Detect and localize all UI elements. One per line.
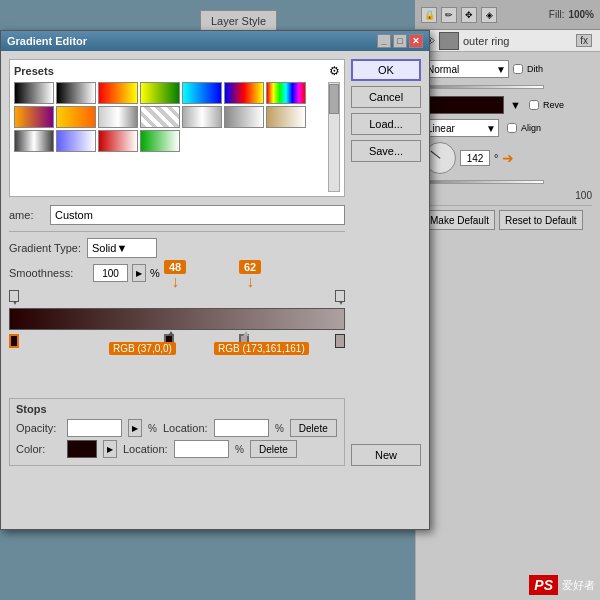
swatch-dropdown-arrow[interactable]: ▼ — [510, 99, 521, 111]
layer-thumbnail — [439, 32, 459, 50]
opacity-row — [424, 83, 592, 91]
preset-1[interactable] — [14, 82, 54, 104]
presets-scrollbar[interactable] — [328, 82, 340, 192]
presets-scroll-container — [14, 82, 340, 192]
preset-14[interactable] — [266, 106, 306, 128]
reset-default-button[interactable]: Reset to Default — [499, 210, 583, 230]
dropdown-arrow: ▼ — [496, 64, 506, 75]
right-panel: 🔒 ✏ ✥ ◈ Fill: 100% 👁 outer ring fx Norma… — [415, 0, 600, 600]
watermark: PS 爱好者 — [529, 575, 595, 595]
opacity-slider[interactable] — [424, 85, 544, 89]
location-label-2: Location: — [123, 443, 168, 455]
opacity-stop-row: Opacity: ▶ % Location: % Delete — [16, 419, 338, 437]
preset-16[interactable] — [56, 130, 96, 152]
brush-icon[interactable]: ✏ — [441, 7, 457, 23]
style-dropdown[interactable]: Linear ▼ — [424, 119, 499, 137]
close-button[interactable]: ✕ — [409, 34, 423, 48]
gradient-color-swatch[interactable] — [424, 96, 504, 114]
smoothness-stepper[interactable]: ▶ — [132, 264, 146, 282]
gradient-bar[interactable] — [9, 308, 345, 330]
fill-label: Fill: — [549, 9, 565, 20]
layer-tab-label: Layer Style — [211, 15, 266, 27]
preset-7[interactable] — [266, 82, 306, 104]
gradient-editor-dialog: Gradient Editor _ □ ✕ Presets ⚙ — [0, 30, 430, 530]
preset-9[interactable] — [56, 106, 96, 128]
angle-input[interactable] — [460, 150, 490, 166]
align-label: Align — [521, 123, 541, 133]
stamp-icon[interactable]: ◈ — [481, 7, 497, 23]
layer-tab[interactable]: Layer Style — [200, 10, 277, 32]
align-checkbox[interactable] — [507, 123, 517, 133]
location-pct-1: % — [275, 423, 284, 434]
make-default-button[interactable]: Make Default — [424, 210, 495, 230]
opacity-stop-input[interactable] — [67, 419, 122, 437]
opacity-location-input[interactable] — [214, 419, 269, 437]
restore-button[interactable]: □ — [393, 34, 407, 48]
presets-grid — [14, 82, 340, 152]
blend-mode-value: Normal — [427, 64, 459, 75]
preset-2[interactable] — [56, 82, 96, 104]
scale-value: 100 — [424, 190, 592, 201]
stop1-rgb-label: RGB (37,0,0) — [109, 342, 176, 355]
preset-8[interactable] — [14, 106, 54, 128]
name-input[interactable] — [50, 205, 345, 225]
opacity-stop-1[interactable] — [9, 290, 19, 302]
dither-label: Dith — [527, 64, 543, 74]
opacity-arrow-btn[interactable]: ▶ — [128, 419, 142, 437]
preset-11[interactable] — [140, 106, 180, 128]
load-button[interactable]: Load... — [351, 113, 421, 135]
angle-arrow-icon: ➜ — [502, 150, 514, 166]
dialog-right-buttons: OK Cancel Load... Save... New — [351, 59, 421, 466]
move-icon[interactable]: ✥ — [461, 7, 477, 23]
preset-13[interactable] — [224, 106, 264, 128]
dither-checkbox[interactable] — [513, 64, 523, 74]
smooth-pct: % — [150, 267, 160, 279]
presets-header: Presets ⚙ — [14, 64, 340, 78]
new-button[interactable]: New — [351, 444, 421, 466]
minimize-button[interactable]: _ — [377, 34, 391, 48]
cancel-button[interactable]: Cancel — [351, 86, 421, 108]
preset-12[interactable] — [182, 106, 222, 128]
preset-17[interactable] — [98, 130, 138, 152]
opacity-stops-row — [9, 290, 345, 306]
blend-mode-dropdown[interactable]: Normal ▼ — [424, 60, 509, 78]
color-arrow-btn[interactable]: ▶ — [103, 440, 117, 458]
ok-button[interactable]: OK — [351, 59, 421, 81]
overlay-section: Normal ▼ Dith ▼ Reve Linear ▼ Align — [416, 52, 600, 238]
site-name: 爱好者 — [562, 578, 595, 593]
stop2-num: 62 — [239, 260, 261, 274]
preset-10[interactable] — [98, 106, 138, 128]
type-label: Gradient Type: — [9, 242, 81, 254]
presets-section: Presets ⚙ — [9, 59, 345, 197]
save-button[interactable]: Save... — [351, 140, 421, 162]
scrollbar-thumb — [329, 84, 339, 114]
stops-section: Stops Opacity: ▶ % Location: % Delete Co… — [9, 398, 345, 466]
color-stop-1[interactable] — [9, 334, 19, 348]
presets-gear-icon[interactable]: ⚙ — [329, 64, 340, 78]
color-stop-preview[interactable] — [67, 440, 97, 458]
smoothness-input[interactable] — [93, 264, 128, 282]
lock-icon[interactable]: 🔒 — [421, 7, 437, 23]
preset-3[interactable] — [98, 82, 138, 104]
fill-value: 100% — [568, 9, 594, 20]
scale-slider[interactable] — [424, 180, 544, 184]
angle-row: ° ➜ — [424, 142, 592, 174]
dialog-body: Presets ⚙ — [1, 51, 429, 474]
preset-6[interactable] — [224, 82, 264, 104]
opacity-delete-button[interactable]: Delete — [290, 419, 337, 437]
stop2-rgb-label: RGB (173,161,161) — [214, 342, 309, 355]
color-delete-button[interactable]: Delete — [250, 440, 297, 458]
preset-4[interactable] — [140, 82, 180, 104]
color-field-label: Color: — [16, 443, 61, 455]
color-stop-4[interactable] — [335, 334, 345, 348]
color-location-input[interactable] — [174, 440, 229, 458]
opacity-stop-2[interactable] — [335, 290, 345, 302]
preset-5[interactable] — [182, 82, 222, 104]
color-stop-row: Color: ▶ Location: % Delete — [16, 440, 338, 458]
reverse-checkbox[interactable] — [529, 100, 539, 110]
gradient-type-dropdown[interactable]: Solid ▼ — [87, 238, 157, 258]
preset-18[interactable] — [140, 130, 180, 152]
annotation-62: 62 ↓ — [239, 260, 261, 290]
preset-15[interactable] — [14, 130, 54, 152]
name-row: ame: — [9, 205, 345, 225]
